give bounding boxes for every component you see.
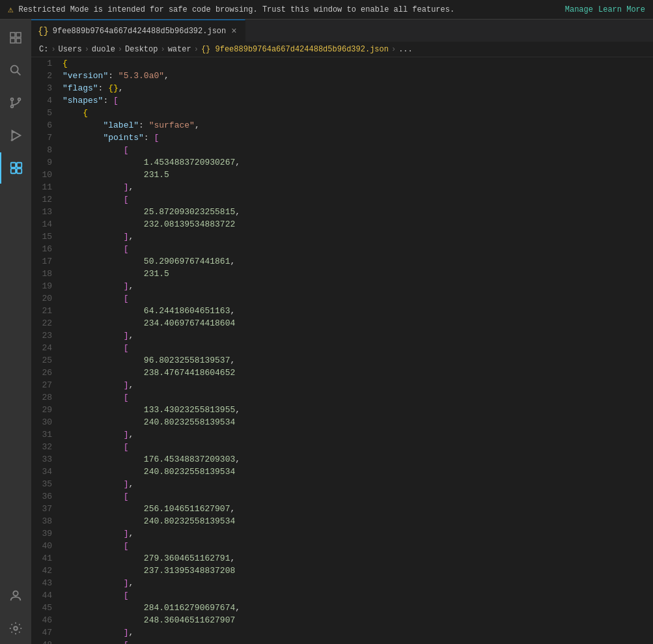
- line-code: 279.3604651162791,: [63, 552, 653, 565]
- line-number: 8: [34, 144, 63, 156]
- breadcrumb-file: {} 9fee889b9764a667d424488d5b96d392.json: [201, 45, 389, 54]
- line-number: 15: [34, 231, 63, 243]
- line-number: 30: [34, 416, 63, 428]
- activity-item-explorer[interactable]: [0, 22, 31, 53]
- tab-filename: 9fee889b9764a667d424488d5b96d392.json: [53, 27, 226, 36]
- line-code: 231.5: [63, 268, 653, 280]
- line-number: 33: [34, 453, 63, 466]
- line-code: [: [63, 342, 653, 354]
- line-number: 26: [34, 367, 63, 379]
- tab-bar: {} 9fee889b9764a667d424488d5b96d392.json…: [31, 20, 653, 42]
- code-line: 8 [: [34, 144, 653, 156]
- line-number: 19: [34, 280, 63, 292]
- code-line: 30 240.80232558139534: [34, 416, 653, 428]
- code-line: 26 238.47674418604652: [34, 367, 653, 379]
- learn-more-link[interactable]: Learn More: [598, 5, 645, 14]
- line-number: 17: [34, 255, 63, 268]
- manage-link[interactable]: Manage: [565, 5, 593, 14]
- line-number: 13: [34, 206, 63, 218]
- line-code: "points": [: [63, 132, 653, 144]
- code-line: 42 237.31395348837208: [34, 565, 653, 577]
- code-line: 15 ],: [34, 231, 653, 243]
- code-line: 27 ],: [34, 379, 653, 391]
- line-number: 25: [34, 354, 63, 367]
- line-number: 35: [34, 478, 63, 490]
- activity-item-source-control[interactable]: [0, 87, 31, 119]
- line-code: [: [63, 292, 653, 305]
- line-code: 238.47674418604652: [63, 367, 653, 379]
- line-number: 44: [34, 589, 63, 602]
- code-line: 1{: [34, 57, 653, 70]
- line-number: 46: [34, 614, 63, 626]
- line-number: 24: [34, 342, 63, 354]
- line-number: 4: [34, 94, 63, 107]
- line-code: 256.1046511627907,: [63, 503, 653, 515]
- line-code: ],: [63, 527, 653, 540]
- code-line: 20 [: [34, 292, 653, 305]
- line-code: 284.01162790697674,: [63, 602, 653, 614]
- code-line: 47 ],: [34, 626, 653, 639]
- line-code: 237.31395348837208: [63, 565, 653, 577]
- svg-rect-1: [16, 33, 21, 37]
- breadcrumb-c: C:: [39, 45, 48, 54]
- code-line: 9 1.4534883720930267,: [34, 156, 653, 169]
- line-code: 133.43023255813955,: [63, 404, 653, 416]
- code-line: 5 {: [34, 107, 653, 119]
- line-code: 240.80232558139534: [63, 515, 653, 527]
- code-content: 1{2"version": "5.3.0a0",3"flags": {},4"s…: [31, 57, 653, 644]
- code-line: 24 [: [34, 342, 653, 354]
- line-code: 232.08139534883722: [63, 218, 653, 231]
- restricted-mode-banner: ⚠ Restricted Mode is intended for safe c…: [0, 0, 653, 20]
- tab-close-button[interactable]: ×: [230, 25, 238, 38]
- code-line: 31 ],: [34, 428, 653, 441]
- activity-item-extensions[interactable]: [0, 152, 31, 184]
- code-line: 33 176.45348837209303,: [34, 453, 653, 466]
- line-code: ],: [63, 428, 653, 441]
- line-number: 9: [34, 156, 63, 169]
- line-code: [: [63, 490, 653, 503]
- line-number: 12: [34, 193, 63, 206]
- activity-bar: [0, 20, 31, 644]
- line-code: [: [63, 441, 653, 453]
- code-editor[interactable]: 1{2"version": "5.3.0a0",3"flags": {},4"s…: [31, 57, 653, 644]
- line-number: 16: [34, 243, 63, 255]
- code-line: 29 133.43023255813955,: [34, 404, 653, 416]
- line-code: ],: [63, 181, 653, 193]
- active-tab[interactable]: {} 9fee889b9764a667d424488d5b96d392.json…: [31, 20, 245, 42]
- code-line: 35 ],: [34, 478, 653, 490]
- main-layout: {} 9fee889b9764a667d424488d5b96d392.json…: [0, 20, 653, 644]
- code-line: 28 [: [34, 391, 653, 404]
- code-line: 43 ],: [34, 577, 653, 589]
- code-line: 2"version": "5.3.0a0",: [34, 70, 653, 82]
- code-line: 14 232.08139534883722: [34, 218, 653, 231]
- svg-point-8: [11, 98, 14, 101]
- warning-icon: ⚠: [8, 4, 13, 15]
- tab-file-icon: {}: [38, 26, 49, 36]
- code-line: 40 [: [34, 540, 653, 552]
- line-number: 38: [34, 515, 63, 527]
- breadcrumb-duole: duole: [92, 45, 115, 54]
- code-line: 16 [: [34, 243, 653, 255]
- code-line: 23 ],: [34, 329, 653, 342]
- line-number: 31: [34, 428, 63, 441]
- line-code: {: [63, 57, 653, 70]
- line-number: 7: [34, 132, 63, 144]
- line-number: 10: [34, 169, 63, 181]
- line-code: ],: [63, 379, 653, 391]
- activity-item-search[interactable]: [0, 55, 31, 86]
- line-number: 32: [34, 441, 63, 453]
- line-number: 5: [34, 107, 63, 119]
- activity-item-run[interactable]: [0, 120, 31, 151]
- svg-point-4: [11, 66, 18, 73]
- breadcrumb-users: Users: [59, 45, 82, 54]
- activity-item-settings[interactable]: [0, 613, 31, 644]
- line-number: 3: [34, 82, 63, 94]
- line-number: 47: [34, 626, 63, 639]
- line-code: [: [63, 540, 653, 552]
- code-line: 3"flags": {},: [34, 82, 653, 94]
- activity-item-accounts[interactable]: [0, 580, 31, 611]
- svg-rect-15: [11, 169, 16, 173]
- line-code: [: [63, 144, 653, 156]
- line-code: 234.40697674418604: [63, 317, 653, 329]
- code-line: 37 256.1046511627907,: [34, 503, 653, 515]
